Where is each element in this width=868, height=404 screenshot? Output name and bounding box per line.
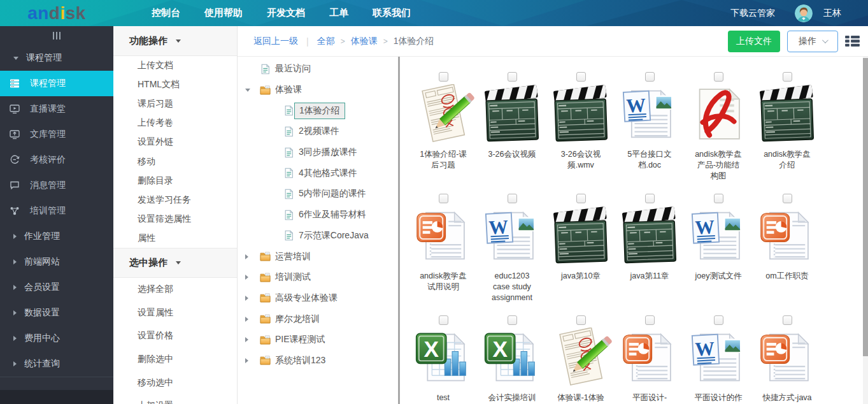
username[interactable]: 王林 — [823, 8, 841, 19]
menu-item[interactable]: 选择全部 — [113, 278, 237, 301]
tree-node[interactable]: 3同步播放课件 — [238, 142, 398, 163]
tree-node[interactable]: 2视频课件 — [238, 121, 398, 142]
menu-item[interactable]: HTML文档 — [113, 75, 237, 94]
top-nav-item[interactable]: 使用帮助 — [204, 7, 243, 19]
file-item[interactable]: 会计实操培训 — [478, 315, 546, 404]
tree-node[interactable]: PIE课程测试 — [238, 329, 398, 350]
tree-expander-right-icon[interactable] — [245, 254, 260, 259]
sidebar-group[interactable]: 数据设置 — [0, 300, 113, 326]
tree-node[interactable]: 培训测试 — [238, 267, 398, 288]
file-checkbox[interactable] — [714, 315, 723, 325]
menu-item[interactable]: 属性 — [113, 229, 237, 248]
menu-item[interactable]: 移动选中 — [113, 371, 237, 394]
action-dropdown-button[interactable]: 操作 — [787, 31, 838, 52]
file-item[interactable]: om工作职责 — [753, 194, 822, 315]
menu-item[interactable]: 课后习题 — [113, 94, 237, 113]
tree-node[interactable]: 体验课 — [238, 80, 398, 101]
menu-item[interactable]: 设置外链 — [113, 133, 237, 152]
file-checkbox[interactable] — [439, 315, 448, 325]
tree-node[interactable]: 7示范课CoreJava — [238, 226, 398, 247]
menu-item[interactable]: 上架设置 — [113, 394, 237, 404]
tree-node[interactable]: 高级专业体验课 — [238, 288, 398, 309]
menu-item[interactable]: 设置筛选属性 — [113, 210, 237, 229]
file-checkbox[interactable] — [439, 194, 448, 203]
panel-section-header[interactable]: 选中操作 — [113, 248, 237, 278]
menu-item[interactable]: 上传文档 — [113, 56, 237, 75]
file-item[interactable]: 3-26会议视频 — [478, 72, 546, 194]
sidebar-item[interactable]: 消息管理 — [0, 173, 113, 198]
sidebar-item[interactable]: 直播课堂 — [0, 96, 113, 122]
file-item[interactable]: 快捷方式-java — [753, 315, 822, 404]
top-nav-item[interactable]: 工单 — [329, 7, 348, 19]
tree-expander-right-icon[interactable] — [245, 337, 260, 342]
file-item[interactable]: andisk教学盘试用说明 — [409, 194, 478, 315]
top-nav-item[interactable]: 开发文档 — [267, 7, 305, 19]
file-item[interactable]: java第11章 — [615, 194, 684, 315]
sidebar-item[interactable]: 课程管理 — [0, 71, 113, 96]
tree-node[interactable]: 6作业及辅导材料 — [238, 205, 398, 226]
sidebar-group[interactable]: 会员设置 — [0, 275, 113, 300]
file-item[interactable]: 平面设计- — [615, 315, 684, 404]
tree-node[interactable]: 最近访问 — [238, 59, 398, 80]
breadcrumb-root[interactable]: 全部 — [317, 36, 335, 47]
file-item[interactable]: 1体验介绍-课后习题 — [409, 72, 478, 194]
sidebar-item[interactable]: 培训管理 — [0, 198, 113, 224]
file-item[interactable]: joey测试文件 — [684, 194, 753, 315]
file-checkbox[interactable] — [576, 315, 586, 325]
sidebar-group[interactable]: 统计查询 — [0, 351, 113, 377]
sidebar-item[interactable]: 考核评价 — [0, 147, 113, 173]
file-checkbox[interactable] — [714, 194, 723, 203]
menu-item[interactable]: 发送学习任务 — [113, 191, 237, 210]
menu-item[interactable]: 移动 — [113, 152, 237, 171]
sidebar-group[interactable]: 作业管理 — [0, 224, 113, 249]
tree-expander-down-icon[interactable] — [245, 89, 260, 92]
download-cloud-manager-link[interactable]: 下载云管家 — [730, 8, 775, 19]
sidebar-group[interactable]: 课程管理 — [0, 45, 113, 71]
file-checkbox[interactable] — [783, 72, 792, 82]
file-checkbox[interactable] — [576, 194, 586, 203]
upload-file-button[interactable]: 上传文件 — [728, 31, 780, 52]
file-item[interactable]: 5平台接口文档.doc — [615, 72, 684, 194]
tree-expander-right-icon[interactable] — [245, 317, 260, 322]
menu-item[interactable]: 删除目录 — [113, 171, 237, 191]
back-to-parent-link[interactable]: 返回上一级 — [253, 36, 298, 47]
list-view-icon[interactable] — [845, 35, 860, 47]
file-checkbox[interactable] — [645, 194, 655, 203]
file-checkbox[interactable] — [783, 315, 792, 325]
breadcrumb-folder[interactable]: 体验课 — [351, 36, 378, 47]
tree-node[interactable]: 5内带问题的课件 — [238, 184, 398, 205]
sidebar-collapse-button[interactable] — [0, 26, 113, 45]
tree-node[interactable]: 系统培训123 — [238, 350, 398, 372]
scrollbar[interactable] — [863, 57, 868, 404]
tree-node[interactable]: 运营培训 — [238, 246, 398, 267]
tree-expander-right-icon[interactable] — [245, 275, 260, 280]
file-item[interactable]: 3-26会议视频.wmv — [546, 72, 615, 194]
file-item[interactable]: 体验课-1体验 — [546, 315, 615, 404]
tree-node[interactable]: 1体验介绍 — [238, 100, 398, 121]
file-checkbox[interactable] — [508, 72, 517, 82]
file-item[interactable]: 平面设计的作 — [684, 315, 753, 404]
file-item[interactable]: andisk教学盘产品-功能结构图 — [684, 72, 753, 194]
tree-expander-right-icon[interactable] — [245, 358, 260, 363]
menu-item[interactable]: 设置属性 — [113, 301, 237, 325]
avatar[interactable] — [795, 4, 813, 22]
top-nav-item[interactable]: 控制台 — [152, 7, 180, 19]
sidebar-group[interactable]: 费用中心 — [0, 326, 113, 351]
file-checkbox[interactable] — [645, 315, 655, 325]
file-item[interactable]: test — [409, 315, 478, 404]
file-checkbox[interactable] — [439, 72, 448, 82]
menu-item[interactable]: 设置价格 — [113, 324, 237, 348]
sidebar-item[interactable]: 文库管理 — [0, 122, 113, 147]
tree-node[interactable]: 摩尔龙培训 — [238, 308, 398, 329]
file-item[interactable]: educ1203 case study assignment — [478, 194, 546, 315]
scrollbar-thumb[interactable] — [863, 58, 868, 356]
sidebar-group[interactable]: 前端网站 — [0, 249, 113, 275]
file-checkbox[interactable] — [508, 315, 517, 325]
file-checkbox[interactable] — [783, 194, 792, 203]
top-nav-item[interactable]: 联系我们 — [373, 7, 411, 19]
panel-section-header[interactable]: 功能操作 — [113, 26, 237, 56]
file-checkbox[interactable] — [576, 72, 586, 82]
file-checkbox[interactable] — [714, 72, 723, 82]
tree-expander-right-icon[interactable] — [245, 296, 260, 301]
tree-node[interactable]: 4其他格式课件 — [238, 162, 398, 184]
